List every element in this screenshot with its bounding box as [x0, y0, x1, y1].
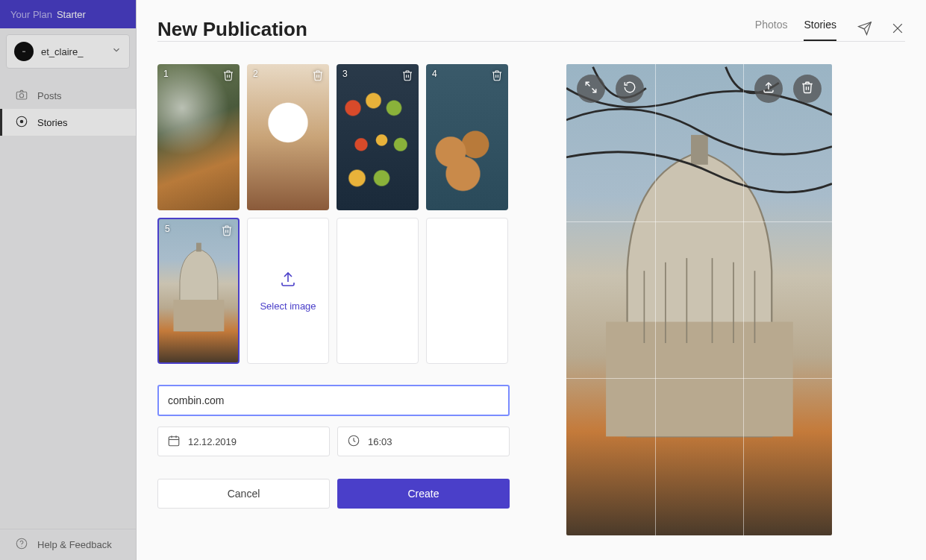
delete-thumbnail-button[interactable]	[489, 67, 505, 84]
preview-toolbar	[566, 75, 832, 103]
thumbnail-4[interactable]: 4	[426, 64, 508, 210]
thumbnail-placeholder	[337, 218, 419, 364]
clock-icon	[347, 434, 360, 450]
tab-photos[interactable]: Photos	[755, 19, 788, 41]
create-button[interactable]: Create	[337, 479, 510, 509]
send-icon[interactable]	[857, 21, 872, 39]
select-image-label: Select image	[260, 301, 316, 312]
fit-button[interactable]	[577, 75, 605, 103]
sidebar-item-label: Posts	[37, 90, 62, 101]
page-title: New Publication	[157, 18, 307, 41]
svg-point-1	[19, 93, 23, 97]
calendar-icon	[167, 434, 181, 450]
account-selector[interactable]: •• et_claire_	[6, 34, 130, 69]
help-icon	[15, 537, 28, 553]
tab-stories[interactable]: Stories	[804, 19, 836, 41]
plan-name: Starter	[57, 9, 86, 20]
svg-rect-8	[173, 300, 224, 331]
thumbnail-index: 3	[342, 69, 348, 79]
thumbnail-index: 4	[432, 69, 437, 79]
help-feedback[interactable]: Help & Feedback	[0, 529, 136, 560]
thumbnail-1[interactable]: 1	[157, 64, 240, 210]
thumbnail-placeholder	[426, 218, 508, 364]
link-input[interactable]	[157, 385, 510, 416]
thumbnail-art	[167, 233, 231, 341]
time-picker[interactable]: 16:03	[337, 427, 510, 456]
story-preview[interactable]	[566, 64, 832, 535]
cancel-button[interactable]: Cancel	[157, 479, 330, 509]
svg-rect-9	[196, 243, 201, 252]
help-label: Help & Feedback	[37, 539, 112, 550]
upload-icon	[762, 81, 775, 97]
shrink-icon	[584, 81, 598, 97]
nav: Posts Stories	[0, 82, 136, 136]
crop-grid-line	[743, 64, 744, 535]
thumbnail-5[interactable]: 5	[157, 218, 240, 364]
sidebar-item-label: Stories	[37, 117, 67, 128]
svg-rect-16	[606, 322, 793, 437]
close-icon[interactable]	[890, 21, 905, 39]
thumbnail-grid: 1 2 3 4 5	[157, 64, 510, 364]
time-value: 16:03	[368, 436, 392, 447]
upload-icon	[279, 270, 297, 290]
crop-grid-line	[566, 221, 832, 222]
sidebar: Your Plan Starter •• et_claire_ Posts St…	[0, 0, 137, 560]
chevron-down-icon	[111, 45, 122, 58]
plan-label: Your Plan	[10, 9, 52, 20]
svg-point-5	[21, 546, 22, 547]
svg-rect-11	[169, 436, 179, 445]
svg-line-24	[586, 82, 589, 86]
media-tabs: Photos Stories	[755, 19, 836, 41]
delete-thumbnail-button[interactable]	[310, 67, 326, 84]
trash-icon	[801, 81, 814, 97]
svg-point-3	[20, 119, 24, 123]
date-value: 12.12.2019	[188, 436, 237, 447]
date-picker[interactable]: 12.12.2019	[157, 427, 330, 456]
sidebar-item-posts[interactable]: Posts	[0, 82, 136, 109]
crop-grid-line	[655, 64, 656, 535]
panel-header: New Publication Photos Stories	[137, 0, 926, 41]
thumbnail-index: 2	[253, 69, 258, 79]
plan-bar[interactable]: Your Plan Starter	[0, 0, 136, 28]
thumbnail-index: 1	[163, 69, 169, 79]
svg-rect-0	[16, 92, 27, 99]
thumbnail-3[interactable]: 3	[337, 64, 419, 210]
rotate-button[interactable]	[616, 75, 644, 103]
delete-thumbnail-button[interactable]	[399, 67, 416, 84]
rotate-icon	[623, 81, 636, 97]
avatar: ••	[14, 42, 34, 61]
camera-icon	[15, 88, 28, 104]
delete-preview-button[interactable]	[793, 75, 822, 103]
thumbnail-index: 5	[165, 224, 170, 234]
delete-thumbnail-button[interactable]	[220, 67, 237, 84]
form-column: 1 2 3 4 5	[157, 64, 510, 535]
publication-panel: New Publication Photos Stories 1	[137, 0, 926, 560]
thumbnail-2[interactable]: 2	[247, 64, 329, 210]
account-username: et_claire_	[41, 46, 104, 57]
svg-line-25	[592, 89, 596, 92]
sidebar-item-stories[interactable]: Stories	[0, 109, 136, 136]
upload-button[interactable]	[754, 75, 783, 103]
select-image-button[interactable]: Select image	[247, 218, 329, 364]
stories-icon	[15, 115, 28, 130]
crop-grid-line	[566, 378, 832, 379]
